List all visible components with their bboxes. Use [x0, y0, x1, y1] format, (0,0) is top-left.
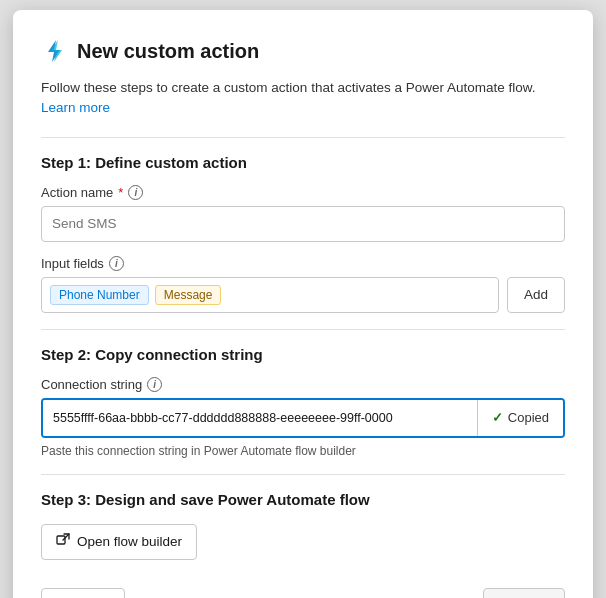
external-link-icon	[56, 533, 70, 550]
paste-hint: Paste this connection string in Power Au…	[41, 444, 565, 458]
step2-title: Step 2: Copy connection string	[41, 346, 565, 363]
modal-header: New custom action	[41, 38, 565, 64]
connection-string-info-icon[interactable]: i	[147, 377, 162, 392]
connection-string-input[interactable]	[43, 400, 477, 436]
action-name-input[interactable]	[41, 206, 565, 242]
new-custom-action-modal: New custom action Follow these steps to …	[13, 10, 593, 598]
copied-label: Copied	[508, 410, 549, 425]
add-button[interactable]: Add	[507, 277, 565, 313]
action-name-info-icon[interactable]: i	[128, 185, 143, 200]
step2-section: Step 2: Copy connection string Connectio…	[41, 346, 565, 458]
modal-description: Follow these steps to create a custom ac…	[41, 78, 565, 119]
modal-title: New custom action	[77, 40, 259, 63]
input-fields-label: Input fields i	[41, 256, 565, 271]
check-icon: ✓	[492, 410, 503, 425]
step3-title: Step 3: Design and save Power Automate f…	[41, 491, 565, 508]
learn-more-link[interactable]: Learn more	[41, 100, 110, 115]
done-button[interactable]: Done	[483, 588, 565, 599]
action-name-label: Action name * i	[41, 185, 565, 200]
lightning-icon	[41, 38, 67, 64]
not-now-button[interactable]: Not now	[41, 588, 125, 599]
input-fields-row: Phone Number Message Add	[41, 277, 565, 313]
divider-3	[41, 474, 565, 475]
tag-message: Message	[155, 285, 222, 305]
step1-title: Step 1: Define custom action	[41, 154, 565, 171]
step1-section: Step 1: Define custom action Action name…	[41, 154, 565, 313]
divider-2	[41, 329, 565, 330]
svg-marker-1	[50, 40, 62, 62]
open-flow-builder-label: Open flow builder	[77, 534, 182, 549]
tags-input[interactable]: Phone Number Message	[41, 277, 499, 313]
modal-footer: Not now Done	[41, 584, 565, 599]
connection-string-row: ✓ Copied	[41, 398, 565, 438]
open-flow-builder-button[interactable]: Open flow builder	[41, 524, 197, 560]
required-indicator: *	[118, 185, 123, 200]
copied-button[interactable]: ✓ Copied	[477, 400, 563, 436]
tag-phone-number: Phone Number	[50, 285, 149, 305]
connection-string-label: Connection string i	[41, 377, 565, 392]
input-fields-info-icon[interactable]: i	[109, 256, 124, 271]
step3-section: Step 3: Design and save Power Automate f…	[41, 491, 565, 560]
divider-1	[41, 137, 565, 138]
